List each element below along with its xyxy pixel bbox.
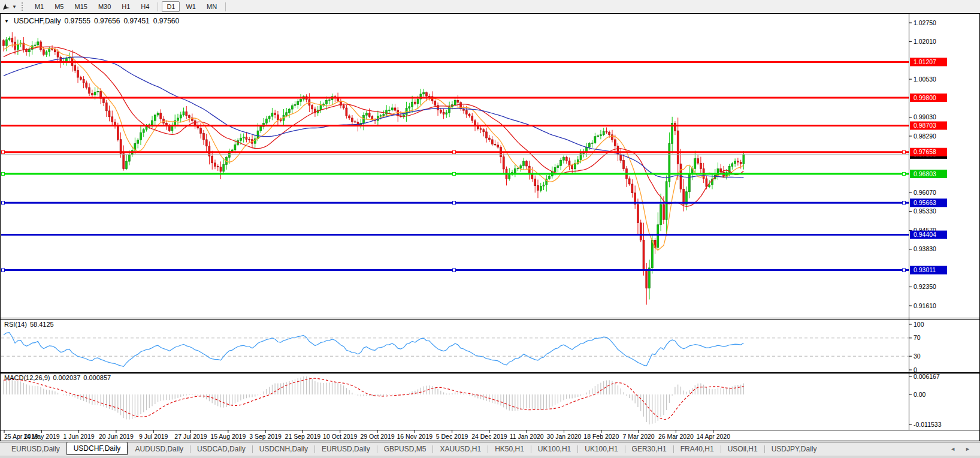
rsi-axis-label: 70 (914, 334, 921, 341)
date-label: 29 Oct 2019 (360, 433, 394, 440)
date-label: 15 Aug 2019 (210, 433, 246, 440)
price-tick-label: 0.93830 (914, 245, 936, 252)
date-label: 16 Nov 2019 (397, 433, 433, 440)
toolbar-separator (158, 2, 158, 11)
time-axis: 25 Apr 201914 May 20191 Jun 201920 Jun 2… (4, 430, 730, 440)
macd-indicator-label: MACD(12,26,9)0.0020370.000857 (4, 374, 114, 381)
chart-title: ▼ USDCHF,Daily 0.97555 0.97656 0.97451 0… (4, 17, 179, 25)
date-label: 5 Dec 2019 (436, 433, 468, 440)
date-label: 27 Jul 2019 (174, 433, 207, 440)
ohlc-high: 0.97656 (94, 17, 120, 25)
hline-handle[interactable] (453, 173, 456, 176)
chart-tab-usdcad-daily[interactable]: USDCAD,Daily (190, 443, 252, 455)
tab-scroll-left-icon[interactable]: ◄ (950, 446, 955, 452)
tab-scroll-right-icon[interactable]: ► (965, 446, 970, 452)
timeframe-button-d1[interactable]: D1 (162, 1, 180, 12)
chart-tab-eurusd-daily[interactable]: EURUSD,Daily (315, 443, 377, 455)
rsi-line (4, 333, 743, 367)
moving-averages (4, 44, 743, 250)
hline-handle[interactable] (903, 201, 906, 204)
chart-tab-bar: EURUSD,DailyUSDCHF,DailyAUDUSD,DailyUSDC… (0, 442, 980, 456)
price-tick-label: 1.02010 (914, 38, 936, 45)
ohlc-close: 0.97560 (153, 17, 179, 25)
date-label: 21 Sep 2019 (285, 433, 321, 440)
collapse-triangle-icon[interactable]: ▼ (4, 19, 9, 24)
price-tick-label: 0.95330 (914, 207, 936, 215)
rsi-pane (1, 333, 909, 367)
chart-tab-audusd-daily[interactable]: AUDUSD,Daily (128, 443, 190, 455)
chart-tab-usdjpy-daily[interactable]: USDJPY,Daily (765, 443, 824, 455)
chart-tab-usoil-h1[interactable]: USOil,H1 (721, 443, 764, 455)
toolbar-separator (225, 2, 226, 11)
price-tick-label: 0.98290 (914, 132, 936, 140)
chart-tab-gbpusd-m5[interactable]: GBPUSD,M5 (377, 443, 433, 455)
hline-handle[interactable] (453, 201, 456, 204)
price-tag-text: 0.99800 (914, 94, 936, 101)
price-tag-text: 1.01207 (914, 58, 936, 65)
symbol-period-label: USDCHF,Daily (14, 17, 61, 25)
date-label: 7 Mar 2020 (623, 433, 655, 440)
timeframe-button-m1[interactable]: M1 (30, 1, 49, 12)
hline-handle[interactable] (2, 173, 5, 176)
chart-tab-uk100-h1[interactable]: UK100,H1 (531, 443, 577, 455)
ohlc-open: 0.97555 (65, 17, 90, 25)
chart-tab-usdchf-daily[interactable]: USDCHF,Daily (66, 442, 128, 455)
hline-handle[interactable] (2, 201, 5, 204)
hline-handle[interactable] (453, 269, 456, 272)
timeframe-button-w1[interactable]: W1 (181, 1, 201, 12)
date-label: 30 Jan 2020 (547, 433, 582, 440)
price-tick-label: 0.91610 (914, 302, 936, 309)
chart-tab-ger30-h1[interactable]: GER30,H1 (625, 443, 673, 455)
price-tick-label: 1.00530 (914, 76, 936, 83)
chart-tab-hk50-h1[interactable]: HK50,H1 (488, 443, 531, 455)
price-tick-label: 0.96070 (914, 189, 936, 196)
timeframe-button-mn[interactable]: MN (202, 1, 222, 12)
macd-signal-value: 0.000857 (83, 374, 111, 381)
chart-tab-xauusd-h1[interactable]: XAUUSD,H1 (433, 443, 488, 455)
timeframe-button-m15[interactable]: M15 (69, 1, 92, 12)
hline-handle[interactable] (903, 173, 906, 176)
price-tag-text: 0.95663 (914, 199, 936, 206)
date-label: 3 Sep 2019 (249, 433, 282, 440)
chart-tab-usdcnh-daily[interactable]: USDCNH,Daily (253, 443, 314, 455)
macd-name: MACD(12,26,9) (4, 374, 50, 381)
macd-main-value: 0.002037 (53, 374, 80, 381)
timeframe-button-h4[interactable]: H4 (136, 1, 154, 12)
hline-handle[interactable] (903, 269, 906, 272)
rsi-indicator-label: RSI(14)58.4125 (4, 321, 57, 328)
ma-slow-line (4, 57, 743, 177)
hline-handle[interactable] (2, 150, 5, 153)
date-label: 11 Jan 2020 (510, 433, 544, 440)
date-label: 18 Feb 2020 (583, 433, 619, 440)
timeframe-button-h1[interactable]: H1 (117, 1, 135, 12)
timeframe-button-m5[interactable]: M5 (50, 1, 68, 12)
date-label: 14 May 2019 (23, 433, 60, 440)
ma-fast-line (4, 44, 743, 250)
macd-axis-label: 0.00 (914, 391, 926, 398)
tab-scroll-controls: ◄ ► (950, 446, 970, 452)
hline-handle[interactable] (453, 150, 456, 153)
cursor-crosshair-icon[interactable] (0, 2, 12, 11)
chart-tab-fra40-h1[interactable]: FRA40,H1 (674, 443, 721, 455)
toolbar-grip-handle[interactable] (22, 2, 26, 11)
price-axis: 1.027501.020101.005300.990300.982900.960… (909, 19, 947, 428)
macd-pane (4, 376, 743, 424)
chart-tab-uk100-h1[interactable]: UK100,H1 (578, 443, 624, 455)
hline-handle[interactable] (903, 150, 906, 153)
chart-tab-eurusd-daily[interactable]: EURUSD,Daily (5, 443, 66, 455)
price-tag-text: 0.96803 (914, 170, 936, 177)
timeframe-button-m30[interactable]: M30 (93, 1, 116, 12)
date-label: 1 Jun 2019 (63, 433, 95, 440)
macd-axis-label: -0.011533 (914, 421, 942, 428)
date-label: 14 Apr 2020 (696, 433, 730, 440)
date-label: 20 Jun 2019 (99, 433, 134, 440)
price-tag-text: 0.97658 (914, 148, 936, 155)
ma-medium-line (4, 47, 743, 206)
hline-handle[interactable] (2, 269, 5, 272)
rsi-axis-label: 100 (914, 321, 924, 328)
caret-down-icon[interactable]: ▼ (12, 4, 17, 10)
chart-canvas: 1.027501.020101.005300.990300.982900.960… (1, 14, 979, 441)
rsi-axis-label: 30 (914, 352, 921, 360)
macd-axis-label: 0.006167 (914, 373, 940, 380)
chart-tabs: EURUSD,DailyUSDCHF,DailyAUDUSD,DailyUSDC… (0, 442, 824, 456)
